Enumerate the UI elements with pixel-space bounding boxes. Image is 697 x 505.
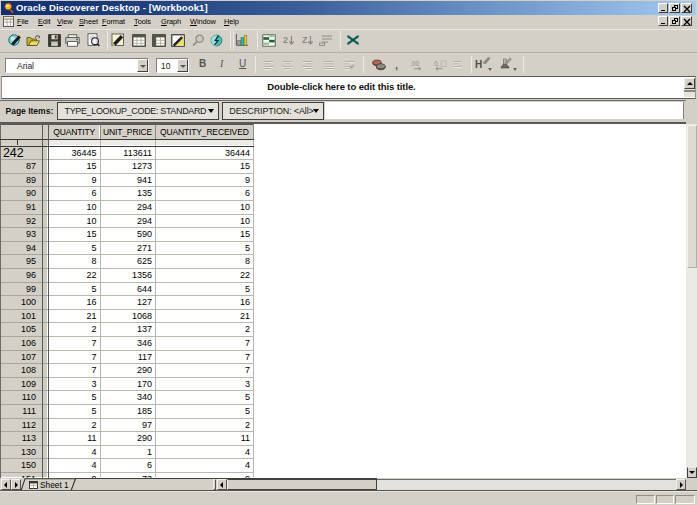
svg-text:2: 2 [283,34,288,44]
svg-text:Z: Z [302,34,308,44]
svg-text:0.: 0. [434,60,440,67]
svg-text:.00: .00 [410,60,419,67]
